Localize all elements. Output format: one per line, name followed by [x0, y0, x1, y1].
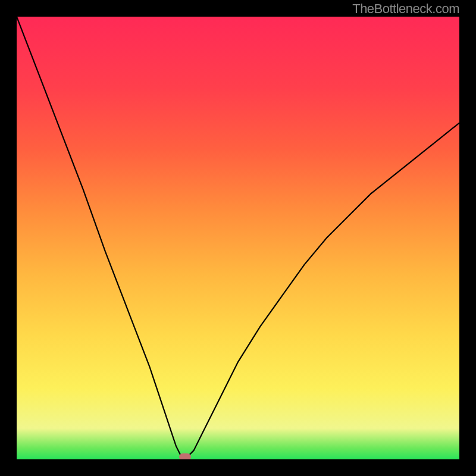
chart-plot-area [17, 17, 459, 459]
optimum-marker [179, 453, 191, 459]
watermark-text: TheBottleneck.com [352, 1, 459, 17]
bottleneck-curve-path [17, 17, 459, 457]
chart-curve-svg [17, 17, 459, 459]
